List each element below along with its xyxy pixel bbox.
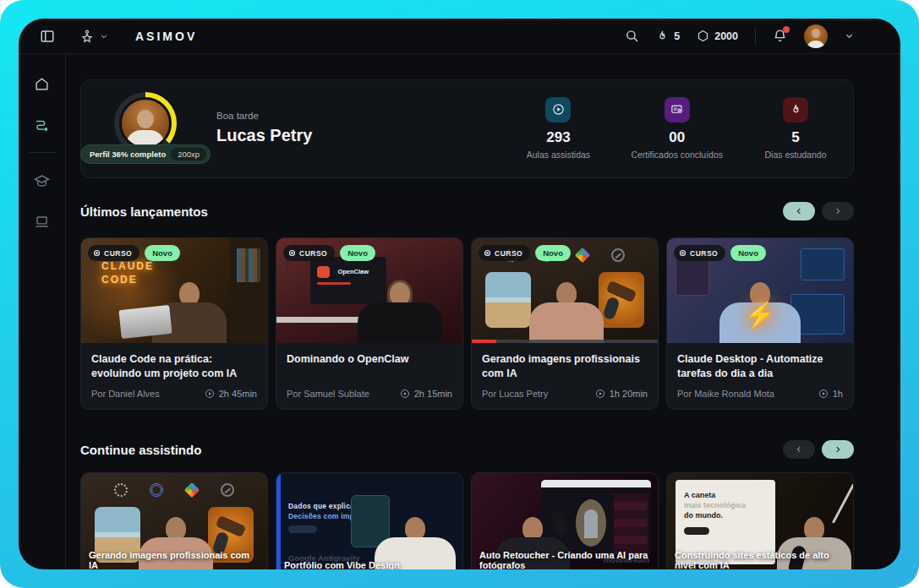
openai-logo-icon xyxy=(114,483,128,497)
course-card-footer: Por Lucas Petry 1h 20min xyxy=(482,389,648,399)
coins-value: 2000 xyxy=(714,30,738,42)
topbar-actions: 5 2000 xyxy=(625,24,854,48)
continue-card[interactable]: Dados que explicam. Decisões com impacto… xyxy=(276,472,463,569)
figure-torso xyxy=(529,302,604,343)
coins-counter[interactable]: 2000 xyxy=(697,30,738,42)
mockup-headline: mais tecnológica xyxy=(684,500,767,510)
target-icon xyxy=(679,249,687,257)
profile-xp-badge: 200xp xyxy=(171,148,206,161)
beach-photo-inset xyxy=(485,272,531,328)
course-thumbnail: ⚡ CURSO Novo xyxy=(667,238,853,343)
laptop-icon xyxy=(34,214,50,230)
course-duration: 2h 15min xyxy=(400,389,452,399)
sidebar-item-home[interactable] xyxy=(30,71,55,96)
neon-sign-text: CLAUDE CODE xyxy=(101,260,154,286)
sidebar-toggle-icon[interactable] xyxy=(40,29,55,44)
mockup-headline: do mundo. xyxy=(684,510,767,520)
course-card[interactable]: CURSO Novo Gerando imagens profissionais… xyxy=(471,237,659,410)
watch-progress-track xyxy=(472,340,658,343)
course-card-footer: Por Daniel Alves 2h 45min xyxy=(91,389,257,399)
sidebar-item-classroom[interactable] xyxy=(30,209,55,234)
account-chevron-down-icon[interactable] xyxy=(845,31,854,41)
course-type-badge: CURSO xyxy=(88,245,139,261)
section-latest-header: Últimos lançamentos xyxy=(80,202,854,220)
lightning-bolt-icon: ⚡ xyxy=(744,300,775,329)
course-duration: 1h 20min xyxy=(595,389,648,399)
blue-edge-shape xyxy=(276,473,281,569)
graduation-cap-icon xyxy=(34,173,50,189)
course-card[interactable]: CLAUDE CODE CURSO xyxy=(80,237,268,410)
course-card-footer: Por Samuel Sublate 2h 15min xyxy=(287,389,452,399)
side-panel-shape xyxy=(614,493,648,554)
course-type-badge: CURSO xyxy=(479,245,530,261)
target-icon xyxy=(484,249,491,257)
figure-torso xyxy=(358,302,442,343)
course-thumbnail: moondream Auto Retoucher - Criando uma A… xyxy=(472,473,658,569)
profile-photo[interactable] xyxy=(119,97,172,150)
continue-card[interactable]: moondream Auto Retoucher - Criando uma A… xyxy=(471,472,659,569)
streak-counter[interactable]: 5 xyxy=(656,30,680,42)
workspace-switcher[interactable] xyxy=(80,30,108,43)
thumbnail-badges: CURSO Novo xyxy=(674,245,766,261)
course-thumbnail: CLAUDE CODE CURSO xyxy=(81,238,267,343)
course-author: Por Samuel Sublate xyxy=(287,389,369,399)
target-icon xyxy=(288,249,296,257)
books-shape xyxy=(237,248,260,282)
play-circle-icon xyxy=(818,389,829,399)
course-type-badge: CURSO xyxy=(283,245,335,261)
app-logo: ASIMOV xyxy=(135,30,197,43)
section-title: Últimos lançamentos xyxy=(80,204,208,219)
user-name: Lucas Petry xyxy=(216,126,312,145)
carousel-next-button[interactable] xyxy=(822,202,854,220)
course-card[interactable]: OpenClaw CURSO xyxy=(276,237,463,410)
notifications-button[interactable] xyxy=(773,29,787,43)
ai-logos-row xyxy=(81,483,267,497)
gemini-logo-icon xyxy=(184,482,200,498)
screen-subtitle-shape xyxy=(317,282,351,285)
latest-courses-row: CLAUDE CODE CURSO xyxy=(80,237,854,410)
stat-label: Certificados concluídos xyxy=(631,150,723,160)
sidebar-item-journey[interactable] xyxy=(30,112,55,137)
course-card-body: Claude Code na prática: evoluindo um pro… xyxy=(81,343,267,409)
continue-watching-row: Gerando imagens profissionais com IA Dad… xyxy=(80,472,854,569)
sidebar-divider xyxy=(30,152,55,153)
new-badge: Novo xyxy=(145,245,180,261)
ai-ring-logo-icon xyxy=(150,483,163,497)
greeting-block: Boa tarde Lucas Petry xyxy=(216,111,312,145)
course-title: Claude Desktop - Automatize tarefas do d… xyxy=(677,352,843,381)
continue-title: Portfólio com Vibe Design xyxy=(284,560,455,569)
flame-icon xyxy=(783,97,808,122)
streak-value: 5 xyxy=(674,30,680,42)
thumbnail-badges: CURSO Novo xyxy=(283,245,375,261)
sidebar xyxy=(19,54,66,569)
sidebar-item-courses[interactable] xyxy=(30,168,55,193)
greeting-text: Boa tarde xyxy=(216,111,312,121)
target-icon xyxy=(93,249,101,257)
hexagon-icon xyxy=(697,30,709,42)
continue-card[interactable]: A caneta mais tecnológica do mundo. Cons… xyxy=(666,472,854,569)
course-author: Por Daniel Alves xyxy=(91,389,160,399)
gradient-frame: ASIMOV 5 2000 xyxy=(0,0,919,588)
profile-completion-label: Perfil 36% completo xyxy=(90,150,166,159)
profile-card: Perfil 36% completo 200xp Boa tarde Luca… xyxy=(80,79,854,178)
profile-stats: 293 Aulas assistidas 00 Certificados con… xyxy=(517,97,836,160)
stat-label: Dias estudando xyxy=(765,150,827,160)
chocolate-photo-inset xyxy=(599,272,644,328)
carousel-prev-button[interactable] xyxy=(783,440,815,459)
course-card[interactable]: ⚡ CURSO Novo Claude Desktop - Automatize… xyxy=(666,237,854,410)
search-icon[interactable] xyxy=(625,29,639,43)
carousel-next-button[interactable] xyxy=(822,440,854,459)
browser-toolbar-shape xyxy=(541,480,651,487)
user-avatar[interactable] xyxy=(804,24,828,48)
continue-title: Auto Retoucher - Criando uma AI para fot… xyxy=(479,550,650,569)
continue-title: Construindo sites estáticos de alto níve… xyxy=(675,550,845,569)
topbar: ASIMOV 5 2000 xyxy=(19,19,900,54)
profile-completion-pill[interactable]: Perfil 36% completo 200xp xyxy=(80,144,211,164)
stat-days: 5 Dias estudando xyxy=(755,97,836,160)
thumbnail-badges: CURSO Novo xyxy=(88,245,180,261)
section-continue-header: Continue assistindo xyxy=(80,440,854,459)
continue-card[interactable]: Gerando imagens profissionais com IA xyxy=(80,472,268,569)
stat-certificates: 00 Certificados concluídos xyxy=(631,97,723,160)
carousel-prev-button[interactable] xyxy=(783,202,815,220)
course-thumbnail: OpenClaw CURSO xyxy=(276,238,462,343)
